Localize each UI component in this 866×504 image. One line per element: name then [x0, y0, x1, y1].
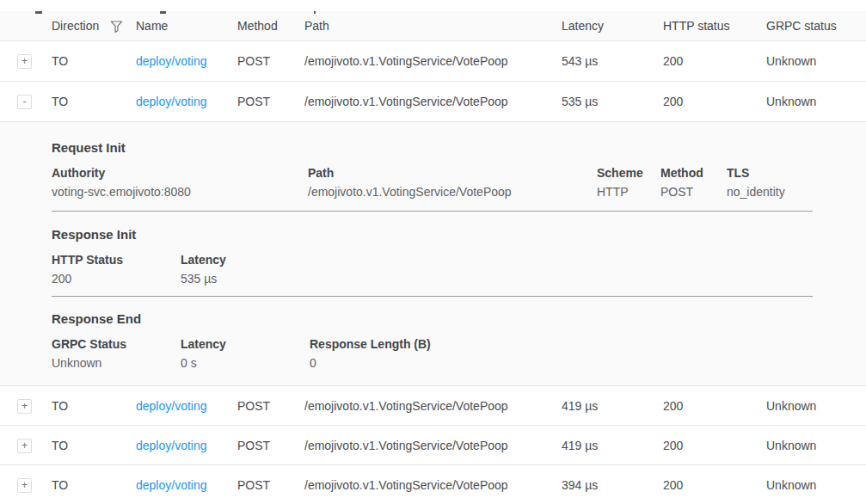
grpc-status-cell: Unknown: [766, 439, 866, 452]
column-header-label: GRPC status: [766, 19, 837, 33]
grpc-status-cell: Unknown: [766, 54, 866, 68]
detail-field-label: Latency: [181, 336, 301, 352]
method-cell: POST: [237, 54, 304, 68]
name-link[interactable]: deploy/voting: [136, 439, 207, 452]
detail-field: GRPC StatusUnknown: [52, 336, 181, 371]
clipped-text-fragment: [160, 11, 166, 14]
http-status-cell: 200: [663, 439, 766, 452]
name-link[interactable]: deploy/voting: [136, 478, 207, 492]
expand-toggle-button[interactable]: +: [17, 54, 32, 69]
name-link[interactable]: deploy/voting: [136, 95, 207, 108]
direction-cell: TO: [52, 399, 136, 413]
table-row: + TO deploy/voting POST /emojivoto.v1.Vo…: [0, 426, 866, 465]
detail-field: TLSno_identity: [727, 165, 794, 200]
http-status-cell: 200: [663, 399, 766, 413]
detail-field: SchemeHTTP: [597, 165, 660, 200]
tap-results-page: DirectionNameMethodPathLatencyHTTP statu…: [0, 11, 866, 504]
detail-section-title: Response Init: [52, 226, 866, 243]
table-row: - TO deploy/voting POST /emojivoto.v1.Vo…: [0, 82, 866, 122]
detail-field-value: 0: [310, 355, 431, 371]
path-cell: /emojivoto.v1.VotingService/VotePoop: [304, 478, 562, 492]
detail-field-label: Response Length (B): [310, 336, 431, 352]
direction-cell: TO: [52, 54, 136, 68]
column-header-label: Path: [304, 19, 329, 33]
filter-icon[interactable]: [110, 21, 123, 33]
latency-cell: 535 µs: [562, 95, 663, 108]
http-status-cell: 200: [663, 54, 766, 68]
column-header-direction[interactable]: Direction: [52, 19, 136, 33]
detail-section-title: Response End: [52, 310, 866, 328]
detail-field: MethodPOST: [660, 165, 727, 200]
column-header-name[interactable]: Name: [136, 19, 237, 33]
method-cell: POST: [237, 439, 304, 452]
table-body: + TO deploy/voting POST /emojivoto.v1.Vo…: [0, 41, 866, 504]
grpc-status-cell: Unknown: [766, 478, 866, 492]
expand-toggle-button[interactable]: +: [17, 399, 32, 414]
detail-field-value: 0 s: [181, 355, 301, 371]
direction-cell: TO: [52, 478, 136, 492]
direction-cell: TO: [52, 439, 136, 452]
detail-field-value: 200: [52, 271, 172, 286]
column-header-http-status[interactable]: HTTP status: [663, 19, 766, 33]
path-cell: /emojivoto.v1.VotingService/VotePoop: [304, 439, 562, 452]
method-cell: POST: [237, 399, 304, 413]
column-header-method[interactable]: Method: [237, 19, 304, 33]
detail-field-value: voting-svc.emojivoto:8080: [52, 184, 299, 200]
name-link[interactable]: deploy/voting: [136, 399, 207, 413]
path-cell: /emojivoto.v1.VotingService/VotePoop: [304, 95, 562, 108]
column-header-latency[interactable]: Latency: [562, 19, 663, 33]
detail-field-label: Scheme: [597, 165, 652, 181]
detail-field: Path/emojivoto.v1.VotingService/VotePoop: [308, 165, 597, 200]
clipped-text-fragment: [314, 11, 316, 14]
detail-field-label: HTTP Status: [52, 252, 172, 267]
detail-field-label: GRPC Status: [52, 336, 172, 352]
detail-field: Response Length (B)0: [310, 336, 439, 371]
table-row: + TO deploy/voting POST /emojivoto.v1.Vo…: [0, 386, 866, 426]
expand-toggle-cell: +: [0, 398, 52, 414]
http-status-cell: 200: [663, 478, 766, 492]
latency-cell: 419 µs: [562, 399, 663, 413]
detail-field: Authorityvoting-svc.emojivoto:8080: [52, 165, 308, 200]
grpc-status-cell: Unknown: [766, 399, 866, 413]
http-status-cell: 200: [663, 95, 766, 108]
expand-toggle-cell: +: [0, 438, 52, 453]
direction-cell: TO: [52, 95, 136, 108]
latency-cell: 394 µs: [562, 478, 663, 492]
detail-section: Response End GRPC StatusUnknownLatency0 …: [52, 310, 866, 371]
expand-toggle-cell: +: [0, 53, 52, 69]
expand-toggle-cell: +: [0, 477, 52, 493]
column-header-label: Direction: [52, 19, 99, 33]
detail-fields-row: GRPC StatusUnknownLatency0 sResponse Len…: [52, 336, 866, 371]
section-divider: [52, 296, 813, 297]
clipped-text-fragment: [35, 11, 42, 14]
column-header-label: Name: [136, 19, 168, 33]
section-divider: [52, 211, 813, 212]
path-cell: /emojivoto.v1.VotingService/VotePoop: [304, 54, 562, 68]
method-cell: POST: [237, 478, 304, 492]
latency-cell: 419 µs: [562, 439, 663, 452]
latency-cell: 543 µs: [562, 54, 663, 68]
detail-field-label: Method: [660, 165, 718, 181]
table-row: + TO deploy/voting POST /emojivoto.v1.Vo…: [0, 41, 866, 82]
expand-toggle-cell: -: [0, 94, 52, 109]
column-header-label: HTTP status: [663, 19, 730, 33]
expand-toggle-button[interactable]: -: [17, 95, 32, 109]
detail-section: Response Init HTTP Status200Latency535 µ…: [52, 226, 866, 286]
detail-field: HTTP Status200: [52, 252, 181, 286]
expand-toggle-button[interactable]: +: [17, 439, 32, 453]
detail-field-label: Path: [308, 165, 588, 181]
detail-fields-row: Authorityvoting-svc.emojivoto:8080Path/e…: [52, 165, 866, 200]
detail-field-value: POST: [660, 184, 718, 200]
column-header-grpc-status[interactable]: GRPC status: [766, 19, 866, 33]
column-header-path[interactable]: Path: [304, 19, 562, 33]
name-link[interactable]: deploy/voting: [136, 54, 207, 68]
detail-field-value: /emojivoto.v1.VotingService/VotePoop: [308, 184, 588, 200]
table-row: + TO deploy/voting POST /emojivoto.v1.Vo…: [0, 465, 866, 504]
method-cell: POST: [237, 95, 304, 108]
grpc-status-cell: Unknown: [766, 95, 866, 108]
detail-field-value: Unknown: [52, 355, 172, 371]
path-cell: /emojivoto.v1.VotingService/VotePoop: [304, 399, 562, 413]
detail-fields-row: HTTP Status200Latency535 µs: [52, 252, 866, 286]
detail-field-label: Latency: [181, 252, 226, 267]
expand-toggle-button[interactable]: +: [17, 478, 32, 493]
